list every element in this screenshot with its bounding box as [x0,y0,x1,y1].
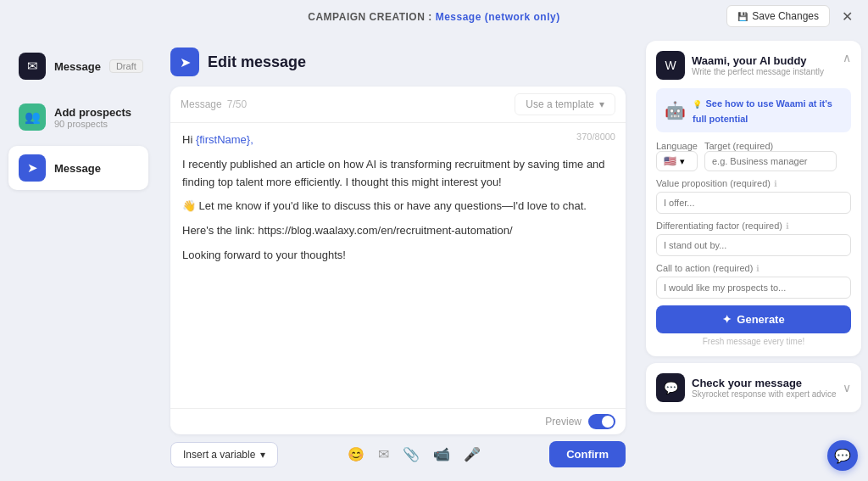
firstname-variable: {firstName}, [196,133,253,146]
toolbar-left: Message 7/50 [181,98,247,110]
message-body[interactable]: 370/8000 Hi {firstName}, I recently publ… [170,123,626,408]
message-line-1: Hi {firstName}, [182,131,614,149]
video-button[interactable]: 📹 [431,445,452,464]
edit-message-title: Edit message [208,53,306,71]
close-icon: ✕ [842,9,853,24]
value-label: Value proposition (required) ℹ [656,178,851,188]
main-content: ➤ Edit message Message 7/50 Use a templa… [157,34,639,481]
sidebar-item-message-source-label: Message [54,60,101,73]
check-message-icon: 💬 [656,373,685,402]
sidebar-item-message-info: Message [54,162,101,175]
email-button[interactable]: ✉ [376,445,391,464]
attach-button[interactable]: 📎 [401,445,421,464]
message-line-5: Looking forward to your thoughts! [182,247,614,265]
sidebar-item-message-label: Message [54,162,101,175]
insert-variable-button[interactable]: Insert a variable ▾ [170,442,278,467]
diff-group: Differentiating factor (required) ℹ [656,221,851,256]
save-icon: 💾 [737,12,748,21]
check-message-card[interactable]: 💬 Check your message Skyrocket response … [646,363,861,412]
check-card-left: 💬 Check your message Skyrocket response … [656,373,837,402]
insert-variable-label: Insert a variable [183,449,255,461]
sidebar-item-add-prospects-label: Add prospects [54,106,131,119]
sidebar-item-add-prospects-sub: 90 prospects [54,119,131,129]
cta-label: Call to action (required) ℹ [656,263,851,273]
save-changes-label: Save Changes [752,10,819,22]
waami-info: Waami, your AI buddy Write the perfect m… [692,54,824,76]
toolbar-icons: 😊 ✉ 📎 📹 🎤 [346,445,482,464]
message-editor-card: Message 7/50 Use a template ▾ 370/8000 H… [170,87,626,434]
check-message-title: Check your message [692,377,837,389]
check-card-info: Check your message Skyrocket response wi… [692,377,837,399]
top-bar-actions: 💾 Save Changes ✕ [726,5,858,27]
voice-button[interactable]: 🎤 [462,445,482,464]
target-group: Target (required) [704,141,851,171]
edit-message-header: ➤ Edit message [170,48,626,76]
value-info-icon: ℹ [774,179,777,188]
preview-label: Preview [545,416,581,428]
generate-note: Fresh message every time! [656,337,851,346]
sidebar-item-message-source[interactable]: ✉ Message Draft [8,44,148,88]
save-changes-button[interactable]: 💾 Save Changes [726,5,830,27]
message-label: Message [181,98,222,110]
draft-badge: Draft [109,59,143,73]
close-button[interactable]: ✕ [837,7,858,26]
template-dropdown[interactable]: Use a template ▾ [515,93,615,115]
generate-button[interactable]: ✦ Generate [656,305,851,333]
check-card-chevron-icon: ∨ [843,381,851,394]
bottom-toolbar: Insert a variable ▾ 😊 ✉ 📎 📹 🎤 Confirm [170,434,626,467]
sidebar-item-add-prospects[interactable]: 👥 Add prospects 90 prospects [8,95,148,139]
target-label: Target (required) [704,141,851,151]
message-line-3: 👋 Let me know if you'd like to discuss t… [182,198,614,215]
chat-bubble-button[interactable]: 💬 [827,440,858,471]
message-icon: ➤ [19,154,46,182]
waami-avatar: W [656,51,685,80]
insert-variable-chevron-icon: ▾ [260,449,265,461]
preview-toggle[interactable] [588,414,615,429]
add-prospects-icon: 👥 [19,103,46,131]
sidebar-item-prospects-info: Add prospects 90 prospects [54,106,131,129]
tip-link-text[interactable]: See how to use Waami at it's full potent… [693,98,832,124]
edit-message-icon: ➤ [170,48,199,76]
template-chevron-icon: ▾ [599,98,604,110]
message-line-2: I recently published an article on how A… [182,156,614,192]
template-placeholder: Use a template [526,98,594,110]
generate-label: Generate [737,313,784,326]
emoji-button[interactable]: 😊 [346,445,366,464]
tip-link-icon: 💡 [693,100,702,109]
flag-icon: 🇺🇸 [664,155,676,167]
chat-bubble-icon: 💬 [834,448,851,464]
sidebar: ✉ Message Draft 👥 Add prospects 90 prosp… [0,34,157,481]
waami-subtitle: Write the perfect message instantly [692,67,824,76]
language-target-row: Language 🇺🇸 ▾ Target (required) [656,141,851,171]
message-source-icon: ✉ [19,53,46,80]
waami-header: W Waami, your AI buddy Write the perfect… [656,51,851,80]
lang-chevron-icon: ▾ [680,156,685,167]
campaign-step: Message (network only) [436,11,560,23]
waami-header-left: W Waami, your AI buddy Write the perfect… [656,51,824,80]
top-bar: CAMPAIGN CREATION : Message (network onl… [0,0,868,34]
diff-input[interactable] [656,234,851,256]
hi-text: Hi [182,133,196,146]
tip-robot-icon: 🤖 [665,100,686,120]
right-panel: W Waami, your AI buddy Write the perfect… [639,34,868,481]
target-input[interactable] [704,151,837,171]
editor-toolbar: Message 7/50 Use a template ▾ [170,87,626,123]
char-count-toolbar: 7/50 [227,98,247,110]
waami-title: Waami, your AI buddy [692,54,824,67]
waami-collapse-icon[interactable]: ∧ [843,51,851,64]
sidebar-item-info: Message [54,60,101,73]
value-group: Value proposition (required) ℹ [656,178,851,214]
preview-bar: Preview [170,408,626,434]
confirm-button[interactable]: Confirm [549,441,626,467]
cta-input[interactable] [656,277,851,299]
value-input[interactable] [656,192,851,214]
cta-group: Call to action (required) ℹ [656,263,851,299]
waami-card: W Waami, your AI buddy Write the perfect… [646,41,861,356]
char-count-body: 370/8000 [576,130,615,145]
language-group: Language 🇺🇸 ▾ [656,141,698,171]
language-select[interactable]: 🇺🇸 ▾ [656,151,698,171]
waami-tip[interactable]: 🤖 💡 See how to use Waami at it's full po… [656,88,851,132]
language-label: Language [656,141,698,151]
check-message-subtitle: Skyrocket response with expert advice [692,389,837,399]
sidebar-item-message[interactable]: ➤ Message [8,146,148,190]
